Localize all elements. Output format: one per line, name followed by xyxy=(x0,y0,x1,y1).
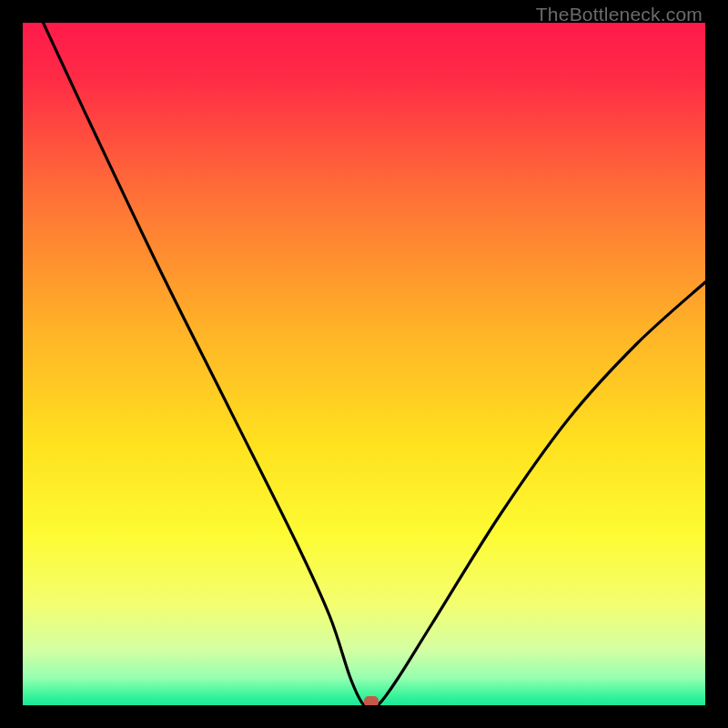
minimum-marker xyxy=(364,696,379,705)
bottleneck-curve xyxy=(23,23,705,705)
chart-frame: TheBottleneck.com xyxy=(0,0,728,728)
watermark-label: TheBottleneck.com xyxy=(536,4,703,25)
plot-area xyxy=(23,23,705,705)
